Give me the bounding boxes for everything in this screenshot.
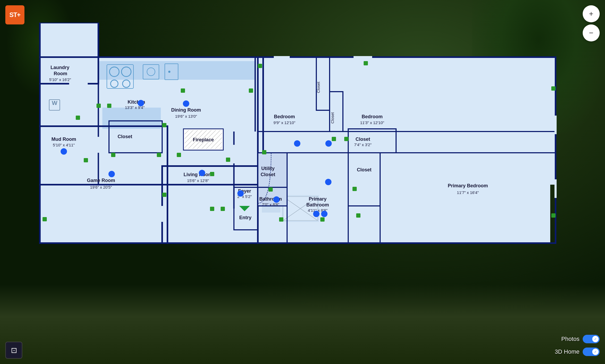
bathroom-blue-dot[interactable]: [273, 196, 280, 203]
closet-small-label: Closet: [355, 137, 370, 142]
bg-ground: [0, 284, 605, 364]
closet-kitchen-label: Closet: [117, 134, 132, 139]
washer-label: W: [52, 100, 57, 106]
game-room-blue-dot[interactable]: [108, 171, 115, 177]
green-marker-28[interactable]: [221, 207, 225, 211]
entry-label: Entry: [239, 215, 251, 220]
green-marker-19[interactable]: [352, 187, 357, 191]
dining-room-dim: 19'6" x 13'0": [175, 114, 197, 118]
fireplace-label: Fireplace: [193, 137, 214, 142]
fullscreen-button[interactable]: ⊡: [5, 342, 22, 359]
game-room-dim: 19'6" x 20'5": [90, 185, 112, 189]
closet-label-mid: Closet: [330, 112, 335, 124]
game-room-label: Game Room: [87, 178, 115, 183]
green-marker-10[interactable]: [157, 153, 161, 157]
primary-bedroom-dim: 11'7" x 16'4": [457, 190, 479, 195]
green-marker-24[interactable]: [551, 213, 556, 218]
app-logo: ST+: [5, 5, 24, 24]
green-marker-11[interactable]: [177, 153, 181, 157]
closet-small-dim: 7'4" x 3'2": [354, 142, 372, 147]
photos-toggle-row: Photos: [561, 335, 600, 343]
bedroom2-blue-dot[interactable]: [325, 140, 332, 147]
bedroom2-label: Bedroom: [362, 114, 383, 119]
laundry-room-label2: Room: [54, 71, 67, 76]
green-marker-6[interactable]: [551, 86, 556, 91]
zoom-in-button[interactable]: +: [583, 5, 600, 22]
closet-mid-label: Closet: [357, 167, 371, 172]
3dhome-toggle[interactable]: [583, 348, 600, 356]
primary-bath-label2: Bathroom: [306, 202, 329, 208]
floorplan-svg: W: [35, 23, 561, 246]
photos-toggle[interactable]: [583, 335, 600, 343]
primary-bedroom-blue-dot[interactable]: [325, 179, 331, 185]
green-marker-3[interactable]: [181, 88, 185, 93]
right-top-fill: [258, 57, 550, 132]
floorplan-container: W: [35, 23, 561, 246]
green-marker-26[interactable]: [162, 193, 166, 197]
fullscreen-icon: ⊡: [11, 346, 17, 355]
laundry-room-dim: 5'10" x 16'2": [49, 77, 71, 82]
green-marker-25[interactable]: [43, 217, 47, 221]
green-marker-7[interactable]: [258, 64, 262, 68]
green-marker-22[interactable]: [320, 217, 325, 222]
mud-room-label: Mud Room: [52, 137, 76, 142]
green-marker-27[interactable]: [210, 207, 214, 211]
laundry-room-label: Laundry: [51, 65, 69, 70]
green-marker-23[interactable]: [356, 213, 360, 218]
fridge-handle: [168, 71, 170, 73]
photos-label: Photos: [561, 336, 580, 342]
green-marker-14[interactable]: [111, 153, 115, 157]
toggle-controls: Photos 3D Home: [555, 335, 600, 356]
living-room-blue-dot[interactable]: [199, 170, 205, 176]
primary-bath-blue-dot2[interactable]: [321, 211, 327, 217]
zoom-out-button[interactable]: −: [583, 24, 600, 41]
mud-room-blue-dot[interactable]: [61, 148, 67, 155]
foyer-blue-dot[interactable]: [237, 190, 244, 197]
kitchen-blue-dot[interactable]: [138, 100, 144, 106]
green-marker-5[interactable]: [364, 61, 368, 65]
green-marker-17[interactable]: [344, 137, 348, 141]
green-marker-18[interactable]: [332, 137, 336, 141]
green-marker-15[interactable]: [84, 158, 88, 162]
bedroom2-dim: 11'3" x 12'10": [360, 120, 384, 125]
green-marker-13[interactable]: [210, 172, 214, 176]
green-marker-1[interactable]: [96, 104, 101, 108]
bedroom1-blue-dot[interactable]: [294, 140, 300, 147]
green-marker-16[interactable]: [262, 150, 266, 154]
primary-bath-label: Primary: [309, 196, 326, 202]
green-marker-8[interactable]: [76, 116, 80, 120]
mud-room-dim: 5'10" x 4'11": [53, 143, 75, 147]
3dhome-toggle-row: 3D Home: [555, 348, 600, 356]
green-marker-12[interactable]: [226, 158, 230, 162]
primary-bath-blue-dot[interactable]: [313, 211, 320, 217]
green-marker-4[interactable]: [249, 88, 253, 93]
bedroom1-dim: 9'9" x 12'10": [274, 120, 295, 125]
green-marker-2[interactable]: [107, 104, 111, 108]
3dhome-label: 3D Home: [555, 348, 579, 355]
closet-label-top: Closet: [316, 82, 321, 93]
bathroom-dim: 7'0" x 8'8": [262, 202, 279, 207]
primary-bedroom-label: Primary Bedroom: [448, 183, 488, 188]
dining-room-label: Dining Room: [171, 107, 201, 113]
green-marker-21[interactable]: [279, 217, 283, 222]
zoom-controls: + −: [583, 5, 600, 41]
green-marker-9[interactable]: [162, 123, 166, 127]
living-room-label: Living Room: [184, 172, 213, 177]
green-marker-20[interactable]: [268, 187, 273, 192]
dining-blue-dot[interactable]: [183, 100, 189, 107]
bedroom1-label: Bedroom: [274, 114, 295, 119]
living-room-dim: 15'6" x 12'8": [187, 178, 209, 183]
bottom-center-fill: [162, 166, 258, 243]
utility-closet-label: Utility: [261, 166, 275, 171]
utility-closet-label2: Closet: [261, 172, 275, 177]
